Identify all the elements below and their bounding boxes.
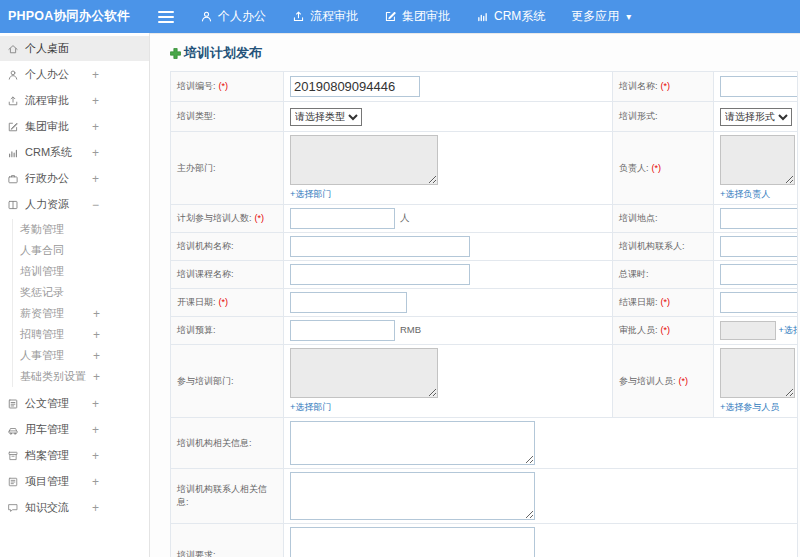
planned-participants-input[interactable] xyxy=(290,208,395,229)
expand-toggle-icon[interactable]: + xyxy=(92,397,99,411)
expand-toggle-icon[interactable]: + xyxy=(92,94,99,108)
nav-workflow-approval[interactable]: 流程审批 xyxy=(292,8,358,25)
expand-toggle-icon[interactable]: + xyxy=(92,475,99,489)
home-icon xyxy=(7,43,19,55)
end-date-input[interactable] xyxy=(720,292,798,313)
caret-down-icon: ▾ xyxy=(626,11,631,22)
chart-icon xyxy=(476,10,489,23)
sidebar-subitem-salary-mgmt[interactable]: 薪资管理+ xyxy=(13,303,149,324)
nav-group-approval[interactable]: 集团审批 xyxy=(384,8,450,25)
sidebar-subitem-label: 考勤管理 xyxy=(20,223,64,235)
select-department-link[interactable]: +选择部门 xyxy=(290,401,331,414)
expand-toggle-icon[interactable]: + xyxy=(92,172,99,186)
sidebar-item-archive-mgmt[interactable]: 档案管理+ xyxy=(0,443,149,468)
training-requirements-textarea[interactable] xyxy=(290,527,535,557)
field-label: 培训机构相关信息: xyxy=(177,438,252,448)
expand-toggle-icon[interactable]: + xyxy=(92,146,99,160)
unit-suffix: 人 xyxy=(400,212,410,223)
sidebar-subitem-label: 奖惩记录 xyxy=(20,286,64,298)
sidebar-subitem-label: 培训管理 xyxy=(20,265,64,277)
training-form-select[interactable]: 请选择形式 xyxy=(720,108,792,126)
sidebar-item-human-resources[interactable]: 人力资源− xyxy=(0,192,149,217)
hamburger-menu-icon[interactable] xyxy=(158,11,174,23)
expand-toggle-icon[interactable]: + xyxy=(93,345,100,366)
training-org-contact-input[interactable] xyxy=(720,236,798,257)
doc-icon xyxy=(7,398,19,410)
select-department-link[interactable]: +选择部门 xyxy=(290,188,331,201)
training-org-contact-info-textarea[interactable] xyxy=(290,472,535,520)
host-department-textarea[interactable] xyxy=(290,135,438,185)
required-marker: (*) xyxy=(255,213,265,223)
sidebar-item-knowledge-exchange[interactable]: 知识交流+ xyxy=(0,495,149,520)
expand-toggle-icon[interactable]: + xyxy=(92,501,99,515)
sidebar-subitem-label: 薪资管理 xyxy=(20,307,64,319)
nav-more-apps[interactable]: 更多应用 ▾ xyxy=(571,8,631,25)
sidebar-subitem-base-category-settings[interactable]: 基础类别设置+ xyxy=(13,366,149,387)
required-marker: (*) xyxy=(661,81,671,91)
course-name-input[interactable] xyxy=(290,264,470,285)
sidebar-subitem-training-mgmt[interactable]: 培训管理 xyxy=(13,261,149,282)
training-location-input[interactable] xyxy=(720,208,798,229)
field-label: 培训形式: xyxy=(619,111,658,121)
sidebar-item-vehicle-mgmt[interactable]: 用车管理+ xyxy=(0,417,149,442)
sidebar-subitem-label: 人事管理 xyxy=(20,349,64,361)
training-org-name-input[interactable] xyxy=(290,236,470,257)
sidebar-subitem-hr-contract[interactable]: 人事合同 xyxy=(13,240,149,261)
sidebar-item-label: 流程审批 xyxy=(25,93,69,108)
topbar: PHPOA协同办公软件 个人办公 流程审批 集团审批 CRM系统 更多应用 ▾ xyxy=(0,0,800,33)
sidebar-subitem-recruitment-mgmt[interactable]: 招聘管理+ xyxy=(13,324,149,345)
sidebar-item-label: 行政办公 xyxy=(25,171,69,186)
sidebar-item-label: 档案管理 xyxy=(25,448,69,463)
training-type-select[interactable]: 请选择类型 xyxy=(290,108,362,126)
select-participants-link[interactable]: +选择参与人员 xyxy=(720,401,779,414)
select-leader-link[interactable]: +选择负责人 xyxy=(720,188,770,201)
participating-departments-textarea[interactable] xyxy=(290,348,438,398)
sidebar-item-group-approval[interactable]: 集团审批+ xyxy=(0,114,149,139)
sidebar-subitem-reward-punish-record[interactable]: 奖惩记录 xyxy=(13,282,149,303)
upload-icon xyxy=(7,95,19,107)
expand-toggle-icon[interactable]: + xyxy=(92,68,99,82)
sidebar-item-label: CRM系统 xyxy=(25,145,72,160)
training-budget-input[interactable] xyxy=(290,320,395,341)
sidebar-item-admin-office[interactable]: 行政办公+ xyxy=(0,166,149,191)
expand-toggle-icon[interactable]: + xyxy=(93,303,100,324)
leader-textarea[interactable] xyxy=(720,135,795,185)
topbar-nav: 个人办公 流程审批 集团审批 CRM系统 更多应用 ▾ xyxy=(200,8,631,25)
training-org-info-textarea[interactable] xyxy=(290,421,535,465)
nav-personal-office[interactable]: 个人办公 xyxy=(200,8,266,25)
sidebar-item-personal-office[interactable]: 个人办公+ xyxy=(0,62,149,87)
approver-input[interactable] xyxy=(720,321,776,340)
training-no-input[interactable] xyxy=(290,76,420,97)
training-name-input[interactable] xyxy=(720,76,798,97)
start-date-input[interactable] xyxy=(290,292,407,313)
sidebar-item-workflow-approval[interactable]: 流程审批+ xyxy=(0,88,149,113)
sidebar-subitem-attendance-mgmt[interactable]: 考勤管理 xyxy=(13,219,149,240)
expand-toggle-icon[interactable]: + xyxy=(92,423,99,437)
select-approver-link[interactable]: +选择审批人员 xyxy=(779,325,798,335)
participants-textarea[interactable] xyxy=(720,348,795,398)
expand-toggle-icon[interactable]: + xyxy=(93,324,100,345)
sidebar-subitem-personnel-mgmt[interactable]: 人事管理+ xyxy=(13,345,149,366)
field-label: 培训机构联系人相关信息: xyxy=(177,484,267,507)
sidebar-subitem-label: 基础类别设置 xyxy=(20,370,86,382)
sidebar-item-label: 人力资源 xyxy=(25,197,69,212)
sidebar-item-personal-desktop[interactable]: 个人桌面 xyxy=(0,36,149,61)
required-marker: (*) xyxy=(219,81,229,91)
expand-toggle-icon[interactable]: + xyxy=(92,449,99,463)
field-label: 培训预算: xyxy=(177,325,216,335)
field-label: 培训机构联系人: xyxy=(619,241,685,251)
user-icon xyxy=(200,10,213,23)
sidebar-item-crm-system[interactable]: CRM系统+ xyxy=(0,140,149,165)
field-label: 培训编号: xyxy=(177,81,216,91)
nav-crm-system[interactable]: CRM系统 xyxy=(476,8,545,25)
field-label: 主办部门: xyxy=(177,163,216,173)
expand-toggle-icon[interactable]: + xyxy=(92,120,99,134)
expand-toggle-icon[interactable]: + xyxy=(93,366,100,387)
page-title: 培训计划发布 xyxy=(170,44,800,62)
sidebar-item-document-mgmt[interactable]: 公文管理+ xyxy=(0,391,149,416)
expand-toggle-icon[interactable]: − xyxy=(92,198,99,212)
sidebar-subitem-label: 人事合同 xyxy=(20,244,64,256)
sidebar-item-project-mgmt[interactable]: 项目管理+ xyxy=(0,469,149,494)
archive-icon xyxy=(7,450,19,462)
total-hours-input[interactable] xyxy=(720,264,798,285)
